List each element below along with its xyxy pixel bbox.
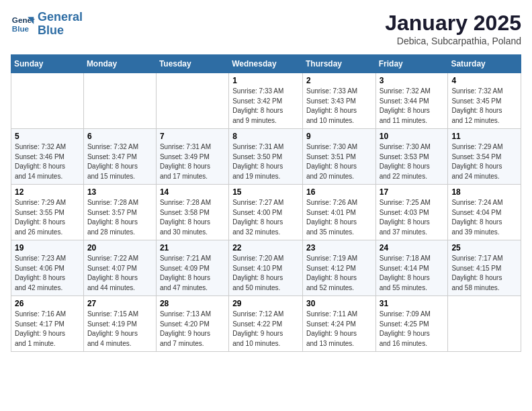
location-subtitle: Debica, Subcarpathia, Poland <box>385 36 521 46</box>
logo-text-line1: General <box>38 11 83 24</box>
day-number: 26 <box>15 299 80 308</box>
day-info: Sunrise: 7:20 AM Sunset: 4:10 PM Dayligh… <box>232 254 299 293</box>
day-info: Sunrise: 7:24 AM Sunset: 4:04 PM Dayligh… <box>451 198 517 237</box>
title-block: January 2025 Debica, Subcarpathia, Polan… <box>385 11 521 46</box>
day-cell: 24Sunrise: 7:18 AM Sunset: 4:14 PM Dayli… <box>375 240 448 296</box>
day-cell: 28Sunrise: 7:13 AM Sunset: 4:20 PM Dayli… <box>156 296 228 352</box>
day-info: Sunrise: 7:28 AM Sunset: 3:57 PM Dayligh… <box>87 198 152 237</box>
day-cell: 19Sunrise: 7:23 AM Sunset: 4:06 PM Dayli… <box>11 240 84 296</box>
day-info: Sunrise: 7:32 AM Sunset: 3:47 PM Dayligh… <box>87 142 152 181</box>
logo: General Blue General Blue <box>11 11 83 38</box>
day-cell: 15Sunrise: 7:27 AM Sunset: 4:00 PM Dayli… <box>229 185 303 240</box>
day-cell: 23Sunrise: 7:19 AM Sunset: 4:12 PM Dayli… <box>302 240 375 296</box>
day-cell: 31Sunrise: 7:09 AM Sunset: 4:25 PM Dayli… <box>375 296 448 352</box>
day-cell: 12Sunrise: 7:29 AM Sunset: 3:55 PM Dayli… <box>11 185 84 240</box>
day-number: 16 <box>306 187 372 197</box>
day-info: Sunrise: 7:30 AM Sunset: 3:53 PM Dayligh… <box>380 142 445 181</box>
header-thursday: Thursday <box>302 55 375 73</box>
day-cell: 14Sunrise: 7:28 AM Sunset: 3:58 PM Dayli… <box>156 185 228 240</box>
logo-icon: General Blue <box>11 12 35 36</box>
day-info: Sunrise: 7:09 AM Sunset: 4:25 PM Dayligh… <box>380 310 445 349</box>
calendar-table: SundayMondayTuesdayWednesdayThursdayFrid… <box>11 54 521 352</box>
day-info: Sunrise: 7:31 AM Sunset: 3:50 PM Dayligh… <box>232 142 299 181</box>
day-info: Sunrise: 7:23 AM Sunset: 4:06 PM Dayligh… <box>15 254 80 293</box>
day-cell: 16Sunrise: 7:26 AM Sunset: 4:01 PM Dayli… <box>302 185 375 240</box>
day-cell <box>156 73 228 129</box>
day-info: Sunrise: 7:26 AM Sunset: 4:01 PM Dayligh… <box>306 198 372 237</box>
day-cell: 10Sunrise: 7:30 AM Sunset: 3:53 PM Dayli… <box>375 129 448 185</box>
day-number: 22 <box>232 243 299 253</box>
day-number: 3 <box>380 76 445 85</box>
header-tuesday: Tuesday <box>156 55 228 73</box>
day-cell <box>11 73 84 129</box>
page-header: General Blue General Blue January 2025 D… <box>11 11 521 46</box>
day-number: 29 <box>232 299 299 308</box>
day-cell: 1Sunrise: 7:33 AM Sunset: 3:42 PM Daylig… <box>229 73 303 129</box>
week-row-5: 26Sunrise: 7:16 AM Sunset: 4:17 PM Dayli… <box>11 296 521 352</box>
svg-text:Blue: Blue <box>12 24 30 33</box>
day-number: 18 <box>451 187 517 197</box>
day-cell: 3Sunrise: 7:32 AM Sunset: 3:44 PM Daylig… <box>375 73 448 129</box>
calendar-header-row: SundayMondayTuesdayWednesdayThursdayFrid… <box>11 55 521 73</box>
day-info: Sunrise: 7:29 AM Sunset: 3:55 PM Dayligh… <box>15 198 80 237</box>
day-cell: 26Sunrise: 7:16 AM Sunset: 4:17 PM Dayli… <box>11 296 84 352</box>
day-number: 4 <box>451 76 517 85</box>
week-row-1: 1Sunrise: 7:33 AM Sunset: 3:42 PM Daylig… <box>11 73 521 129</box>
day-cell: 8Sunrise: 7:31 AM Sunset: 3:50 PM Daylig… <box>229 129 303 185</box>
day-cell: 5Sunrise: 7:32 AM Sunset: 3:46 PM Daylig… <box>11 129 84 185</box>
day-info: Sunrise: 7:32 AM Sunset: 3:45 PM Dayligh… <box>451 87 517 126</box>
day-info: Sunrise: 7:11 AM Sunset: 4:24 PM Dayligh… <box>306 310 372 349</box>
day-number: 5 <box>15 132 80 141</box>
day-info: Sunrise: 7:15 AM Sunset: 4:19 PM Dayligh… <box>87 310 152 349</box>
day-number: 25 <box>451 243 517 253</box>
day-cell: 21Sunrise: 7:21 AM Sunset: 4:09 PM Dayli… <box>156 240 228 296</box>
day-info: Sunrise: 7:13 AM Sunset: 4:20 PM Dayligh… <box>160 310 225 349</box>
day-number: 9 <box>306 132 372 141</box>
day-number: 14 <box>160 187 225 197</box>
day-number: 12 <box>15 187 80 197</box>
day-number: 20 <box>87 243 152 253</box>
day-info: Sunrise: 7:33 AM Sunset: 3:42 PM Dayligh… <box>232 87 299 126</box>
day-info: Sunrise: 7:21 AM Sunset: 4:09 PM Dayligh… <box>160 254 225 293</box>
day-info: Sunrise: 7:12 AM Sunset: 4:22 PM Dayligh… <box>232 310 299 349</box>
day-number: 17 <box>380 187 445 197</box>
day-number: 7 <box>160 132 225 141</box>
day-cell: 11Sunrise: 7:29 AM Sunset: 3:54 PM Dayli… <box>448 129 521 185</box>
day-number: 27 <box>87 299 152 308</box>
day-info: Sunrise: 7:25 AM Sunset: 4:03 PM Dayligh… <box>380 198 445 237</box>
day-number: 28 <box>160 299 225 308</box>
day-info: Sunrise: 7:28 AM Sunset: 3:58 PM Dayligh… <box>160 198 225 237</box>
day-number: 23 <box>306 243 372 253</box>
day-cell: 29Sunrise: 7:12 AM Sunset: 4:22 PM Dayli… <box>229 296 303 352</box>
day-info: Sunrise: 7:22 AM Sunset: 4:07 PM Dayligh… <box>87 254 152 293</box>
day-cell: 20Sunrise: 7:22 AM Sunset: 4:07 PM Dayli… <box>83 240 156 296</box>
header-friday: Friday <box>375 55 448 73</box>
day-number: 11 <box>451 132 517 141</box>
day-cell: 7Sunrise: 7:31 AM Sunset: 3:49 PM Daylig… <box>156 129 228 185</box>
day-number: 31 <box>380 299 445 308</box>
day-cell: 30Sunrise: 7:11 AM Sunset: 4:24 PM Dayli… <box>302 296 375 352</box>
day-cell: 18Sunrise: 7:24 AM Sunset: 4:04 PM Dayli… <box>448 185 521 240</box>
day-info: Sunrise: 7:33 AM Sunset: 3:43 PM Dayligh… <box>306 87 372 126</box>
day-info: Sunrise: 7:18 AM Sunset: 4:14 PM Dayligh… <box>380 254 445 293</box>
header-monday: Monday <box>83 55 156 73</box>
day-cell: 4Sunrise: 7:32 AM Sunset: 3:45 PM Daylig… <box>448 73 521 129</box>
day-number: 13 <box>87 187 152 197</box>
day-number: 21 <box>160 243 225 253</box>
week-row-3: 12Sunrise: 7:29 AM Sunset: 3:55 PM Dayli… <box>11 185 521 240</box>
header-saturday: Saturday <box>448 55 521 73</box>
logo-text-line2: Blue <box>38 24 83 38</box>
day-number: 6 <box>87 132 152 141</box>
day-cell: 2Sunrise: 7:33 AM Sunset: 3:43 PM Daylig… <box>302 73 375 129</box>
day-info: Sunrise: 7:32 AM Sunset: 3:46 PM Dayligh… <box>15 142 80 181</box>
day-number: 24 <box>380 243 445 253</box>
header-sunday: Sunday <box>11 55 84 73</box>
day-cell: 25Sunrise: 7:17 AM Sunset: 4:15 PM Dayli… <box>448 240 521 296</box>
day-number: 15 <box>232 187 299 197</box>
week-row-2: 5Sunrise: 7:32 AM Sunset: 3:46 PM Daylig… <box>11 129 521 185</box>
day-cell <box>83 73 156 129</box>
day-number: 8 <box>232 132 299 141</box>
day-cell <box>448 296 521 352</box>
day-cell: 9Sunrise: 7:30 AM Sunset: 3:51 PM Daylig… <box>302 129 375 185</box>
day-number: 19 <box>15 243 80 253</box>
